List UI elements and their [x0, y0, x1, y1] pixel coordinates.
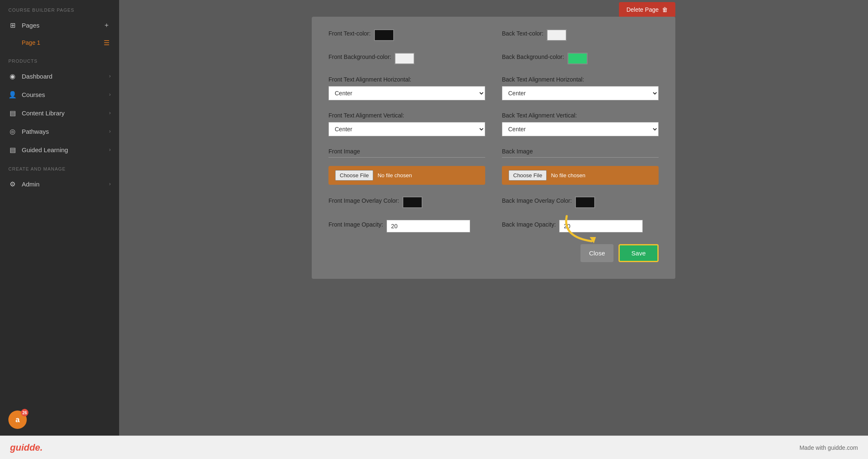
- delete-page-label: Delete Page: [626, 6, 659, 13]
- front-image-group: Front Image: [328, 148, 485, 164]
- back-overlay-swatch[interactable]: [575, 196, 595, 208]
- image-label-row: Front Image Back Image: [328, 148, 659, 164]
- guided-learning-item-left: ▤ Guided Learning: [8, 145, 68, 154]
- page1-menu-icon[interactable]: ☰: [102, 38, 111, 47]
- bottom-bar: guidde. Made with guidde.com: [0, 436, 868, 459]
- modal-overlay: Delete Page 🗑 Front Text-color:: [127, 17, 860, 436]
- back-bg-color-row: Back Background-color:: [502, 53, 659, 64]
- bg-color-row: Front Background-color: Back Background-…: [328, 53, 659, 64]
- front-align-v-select[interactable]: Center Top Bottom: [328, 122, 485, 136]
- front-text-color-label: Front Text-color:: [328, 30, 371, 37]
- courses-label: Courses: [22, 91, 45, 98]
- front-overlay-swatch[interactable]: [402, 196, 423, 208]
- save-button[interactable]: Save: [619, 244, 659, 262]
- back-text-color-row: Back Text-color:: [502, 29, 659, 41]
- admin-label: Admin: [22, 181, 40, 188]
- back-file-group: Choose File No file chosen: [502, 166, 659, 185]
- pathways-label: Pathways: [22, 128, 49, 135]
- opacity-row: Front Image Opacity: 20 Back Image Opaci…: [328, 220, 659, 232]
- content-library-chevron: ›: [109, 110, 111, 116]
- back-file-name: No file chosen: [551, 172, 585, 178]
- back-choose-file-button[interactable]: Choose File: [509, 170, 547, 181]
- annotation-arrow: [558, 212, 608, 245]
- back-align-v-select[interactable]: Center Top Bottom: [502, 122, 659, 136]
- back-align-h-select[interactable]: Center Left Right: [502, 86, 659, 100]
- course-builder-section-label: COURSE BUILDER PAGES: [0, 0, 119, 16]
- front-text-color-row: Front Text-color:: [328, 29, 485, 41]
- courses-chevron: ›: [109, 92, 111, 97]
- sidebar-item-admin[interactable]: ⚙ Admin ›: [0, 175, 119, 193]
- avatar[interactable]: a 26: [8, 411, 27, 429]
- front-image-label: Front Image: [328, 148, 485, 155]
- back-opacity-label: Back Image Opacity:: [502, 221, 556, 228]
- avatar-letter: a: [15, 416, 20, 424]
- align-v-row: Front Text Alignment Vertical: Center To…: [328, 112, 659, 136]
- sidebar: COURSE BUILDER PAGES ⊞ Pages ＋ Page 1 ☰ …: [0, 0, 119, 436]
- back-align-v-label: Back Text Alignment Vertical:: [502, 112, 659, 119]
- app-container: COURSE BUILDER PAGES ⊞ Pages ＋ Page 1 ☰ …: [0, 0, 868, 459]
- modal-form: Front Text-color: Back Text-color:: [312, 17, 675, 279]
- front-align-h-select[interactable]: Center Left Right: [328, 86, 485, 100]
- back-overlay-group: Back Image Overlay Color:: [502, 196, 659, 208]
- front-opacity-input[interactable]: 20: [387, 220, 470, 232]
- sidebar-item-pages[interactable]: ⊞ Pages ＋: [0, 16, 119, 34]
- front-bg-color-label: Front Background-color:: [328, 54, 391, 60]
- back-file-input-wrapper[interactable]: Choose File No file chosen: [502, 166, 659, 185]
- pages-add-icon[interactable]: ＋: [102, 21, 111, 29]
- back-align-h-group: Back Text Alignment Horizontal: Center L…: [502, 76, 659, 100]
- front-file-name: No file chosen: [377, 172, 412, 178]
- front-overlay-row: Front Image Overlay Color:: [328, 196, 485, 208]
- back-text-color-swatch[interactable]: [547, 29, 567, 41]
- front-overlay-label: Front Image Overlay Color:: [328, 197, 399, 204]
- save-label: Save: [631, 250, 646, 257]
- pages-label: Pages: [22, 22, 40, 29]
- guided-learning-label: Guided Learning: [22, 146, 68, 153]
- front-bg-color-row: Front Background-color:: [328, 53, 485, 64]
- back-align-h-label: Back Text Alignment Horizontal:: [502, 76, 659, 83]
- front-text-color-swatch[interactable]: [374, 29, 394, 41]
- close-button[interactable]: Close: [580, 244, 613, 262]
- front-choose-file-button[interactable]: Choose File: [335, 170, 373, 181]
- front-bg-color-group: Front Background-color:: [328, 53, 485, 64]
- trash-icon: 🗑: [662, 6, 668, 13]
- back-overlay-label: Back Image Overlay Color:: [502, 197, 572, 204]
- sidebar-item-content-library[interactable]: ▤ Content Library ›: [0, 104, 119, 122]
- save-area: Close Save: [328, 244, 659, 266]
- made-with-text: Made with guidde.com: [799, 444, 858, 451]
- sidebar-item-dashboard[interactable]: ◉ Dashboard ›: [0, 67, 119, 85]
- front-opacity-label: Front Image Opacity:: [328, 221, 383, 228]
- sidebar-item-page1[interactable]: Page 1 ☰: [0, 34, 119, 51]
- admin-icon: ⚙: [8, 180, 17, 188]
- back-align-v-group: Back Text Alignment Vertical: Center Top…: [502, 112, 659, 136]
- back-text-color-group: Back Text-color:: [502, 29, 659, 41]
- page1-label: Page 1: [22, 39, 40, 46]
- pathways-icon: ◎: [8, 127, 17, 135]
- delete-page-button[interactable]: Delete Page 🗑: [619, 2, 675, 17]
- front-align-h-group: Front Text Alignment Horizontal: Center …: [328, 76, 485, 100]
- front-file-input-wrapper[interactable]: Choose File No file chosen: [328, 166, 485, 185]
- right-panel: Delete Page 🗑 Front Text-color:: [119, 0, 868, 436]
- front-opacity-row: Front Image Opacity: 20: [328, 220, 485, 232]
- pathways-item-left: ◎ Pathways: [8, 127, 49, 135]
- pages-item-left: ⊞ Pages: [8, 21, 40, 29]
- sidebar-item-pathways[interactable]: ◎ Pathways ›: [0, 122, 119, 140]
- dashboard-item-left: ◉ Dashboard: [8, 72, 52, 80]
- courses-item-left: 👤 Courses: [8, 90, 45, 99]
- front-opacity-group: Front Image Opacity: 20: [328, 220, 485, 232]
- align-h-row: Front Text Alignment Horizontal: Center …: [328, 76, 659, 100]
- front-align-v-label: Front Text Alignment Vertical:: [328, 112, 485, 119]
- back-bg-color-swatch[interactable]: [568, 53, 588, 64]
- back-bg-color-group: Back Background-color:: [502, 53, 659, 64]
- back-image-label: Back Image: [502, 148, 659, 155]
- front-bg-color-swatch[interactable]: [395, 53, 415, 64]
- dashboard-chevron: ›: [109, 73, 111, 79]
- sidebar-item-courses[interactable]: 👤 Courses ›: [0, 85, 119, 104]
- sidebar-footer: a 26: [0, 404, 119, 436]
- courses-icon: 👤: [8, 90, 17, 99]
- front-align-h-label: Front Text Alignment Horizontal:: [328, 76, 485, 83]
- guided-learning-chevron: ›: [109, 147, 111, 153]
- guidde-logo: guidde.: [10, 442, 43, 453]
- file-input-row: Choose File No file chosen Choose File N…: [328, 166, 659, 185]
- front-align-v-group: Front Text Alignment Vertical: Center To…: [328, 112, 485, 136]
- sidebar-item-guided-learning[interactable]: ▤ Guided Learning ›: [0, 140, 119, 159]
